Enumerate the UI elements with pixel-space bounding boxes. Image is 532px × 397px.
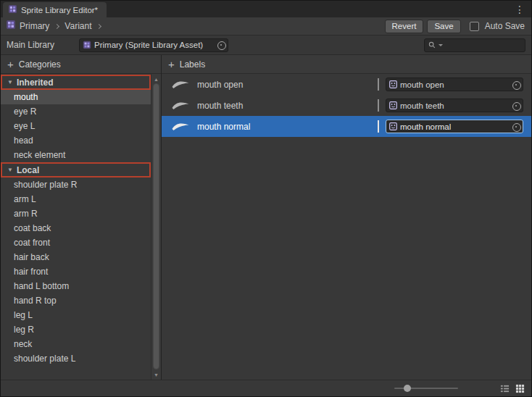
category-item-neck-element[interactable]: neck element: [1, 148, 151, 162]
category-item-hair-front[interactable]: hair front: [1, 264, 151, 279]
sprite-thumbnail-icon: [170, 121, 191, 132]
category-group-local[interactable]: ▼Local: [1, 162, 151, 177]
label-row-mouth-normal[interactable]: mouth normalmouth normal: [162, 116, 531, 137]
scrollbar-thumb[interactable]: [153, 83, 159, 369]
category-label: leg R: [14, 325, 34, 335]
object-field-value: mouth teeth: [400, 101, 444, 110]
foldout-arrow-icon[interactable]: ▼: [7, 167, 13, 173]
category-item-shoulder-plate-r[interactable]: shoulder plate R: [1, 177, 151, 192]
label-name: mouth normal: [197, 122, 250, 132]
category-list: ▼Inheritedmoutheye Reye Lheadneck elemen…: [1, 75, 151, 366]
search-icon[interactable]: [428, 41, 436, 49]
category-item-leg-r[interactable]: leg R: [1, 322, 151, 337]
category-item-arm-r[interactable]: arm R: [1, 206, 151, 221]
foldout-arrow-icon[interactable]: ▼: [7, 79, 13, 85]
category-label: hand R top: [14, 296, 57, 306]
category-label: hair back: [14, 252, 49, 262]
object-picker-icon[interactable]: [216, 41, 225, 50]
chevron-right-icon: [96, 23, 101, 28]
sprite-library-asset-icon: [83, 41, 91, 49]
breadcrumb-toolbar: Primary Variant Revert Save Auto Save: [1, 17, 531, 35]
breadcrumb-primary[interactable]: Primary: [20, 21, 49, 31]
category-item-neck[interactable]: neck: [1, 337, 151, 351]
auto-save-label: Auto Save: [485, 21, 525, 31]
categories-list-area: ▼Inheritedmoutheye Reye Lheadneck elemen…: [1, 74, 161, 380]
label-object-field[interactable]: mouth teeth: [386, 99, 523, 112]
category-item-leg-l[interactable]: leg L: [1, 308, 151, 322]
category-item-head[interactable]: head: [1, 133, 151, 148]
sprite-library-icon: [6, 20, 16, 33]
category-label: hand L bottom: [14, 281, 69, 291]
main-library-row: Main Library Primary (Sprite Library Ass…: [1, 35, 531, 55]
category-item-hand-r-top[interactable]: hand R top: [1, 293, 151, 308]
category-label: arm R: [14, 209, 38, 219]
category-item-eye-r[interactable]: eye R: [1, 104, 151, 119]
add-label-button[interactable]: +: [168, 59, 175, 70]
auto-save-checkbox[interactable]: [470, 22, 479, 31]
separator-handle[interactable]: [378, 78, 379, 91]
label-list: mouth openmouth openmouth teethmouth tee…: [162, 74, 531, 380]
save-button[interactable]: Save: [427, 20, 460, 33]
category-label: neck: [14, 339, 32, 349]
object-field-value: mouth normal: [400, 122, 451, 131]
breadcrumb-variant[interactable]: Variant: [65, 21, 91, 31]
main-library-object-field[interactable]: Primary (Sprite Library Asset): [79, 38, 228, 52]
object-picker-icon[interactable]: [511, 101, 520, 110]
scroll-down-icon[interactable]: ▼: [154, 371, 159, 378]
kebab-menu-icon[interactable]: ⋮: [508, 4, 531, 15]
label-name: mouth teeth: [197, 101, 243, 111]
category-label: Local: [17, 165, 39, 175]
list-view-icon[interactable]: [500, 384, 510, 393]
view-mode-buttons: [500, 384, 525, 393]
category-item-shoulder-plate-l[interactable]: shoulder plate L: [1, 351, 151, 366]
vertical-scrollbar[interactable]: ▲ ▼: [151, 74, 161, 380]
main-library-label: Main Library: [7, 40, 79, 50]
category-item-eye-l[interactable]: eye L: [1, 119, 151, 133]
labels-title: Labels: [180, 59, 205, 70]
category-label: arm L: [14, 194, 36, 204]
category-item-arm-l[interactable]: arm L: [1, 192, 151, 206]
category-item-hand-l-bottom[interactable]: hand L bottom: [1, 279, 151, 293]
object-picker-icon[interactable]: [511, 80, 520, 89]
chevron-right-icon: [54, 23, 59, 28]
main-library-value: Primary (Sprite Library Asset): [94, 41, 203, 49]
label-object-field[interactable]: mouth normal: [386, 120, 523, 133]
bottom-bar: [1, 380, 531, 396]
category-label: coat back: [14, 223, 51, 233]
sprite-asset-icon: [389, 122, 397, 130]
category-item-hair-back[interactable]: hair back: [1, 250, 151, 264]
category-label: neck element: [14, 150, 65, 160]
label-object-field[interactable]: mouth open: [386, 78, 523, 91]
tab-sprite-library-editor[interactable]: Sprite Library Editor*: [3, 2, 107, 17]
scroll-up-icon[interactable]: ▲: [154, 75, 159, 83]
labels-panel: + Labels mouth openmouth openmouth teeth…: [162, 55, 531, 380]
search-field[interactable]: [424, 38, 525, 52]
category-label: mouth: [14, 92, 38, 102]
category-item-coat-back[interactable]: coat back: [1, 221, 151, 235]
editor-panels: + Categories ▼Inheritedmoutheye Reye Lhe…: [1, 55, 531, 380]
category-group-inherited[interactable]: ▼Inherited: [1, 75, 151, 90]
revert-button[interactable]: Revert: [385, 20, 424, 33]
category-label: head: [14, 135, 33, 146]
category-item-coat-front[interactable]: coat front: [1, 235, 151, 250]
label-name: mouth open: [197, 80, 243, 90]
labels-header: + Labels: [162, 55, 531, 74]
grid-view-icon[interactable]: [515, 384, 525, 393]
sprite-library-icon: [8, 4, 17, 15]
slider-knob[interactable]: [404, 385, 411, 392]
category-label: hair front: [14, 267, 48, 277]
separator-handle[interactable]: [378, 120, 379, 133]
search-filter-caret-icon[interactable]: [439, 44, 443, 46]
label-row-mouth-open[interactable]: mouth openmouth open: [162, 74, 531, 95]
label-row-mouth-teeth[interactable]: mouth teethmouth teeth: [162, 95, 531, 116]
category-item-mouth[interactable]: mouth: [1, 90, 151, 104]
category-label: eye R: [14, 106, 36, 117]
scrollbar-track[interactable]: [151, 83, 161, 371]
thumbnail-size-slider[interactable]: [394, 388, 458, 389]
add-category-button[interactable]: +: [7, 59, 14, 70]
separator-handle[interactable]: [378, 99, 379, 112]
tab-title: Sprite Library Editor*: [21, 6, 98, 14]
categories-header: + Categories: [1, 55, 161, 74]
object-picker-icon[interactable]: [511, 122, 520, 131]
category-label: coat front: [14, 238, 50, 248]
